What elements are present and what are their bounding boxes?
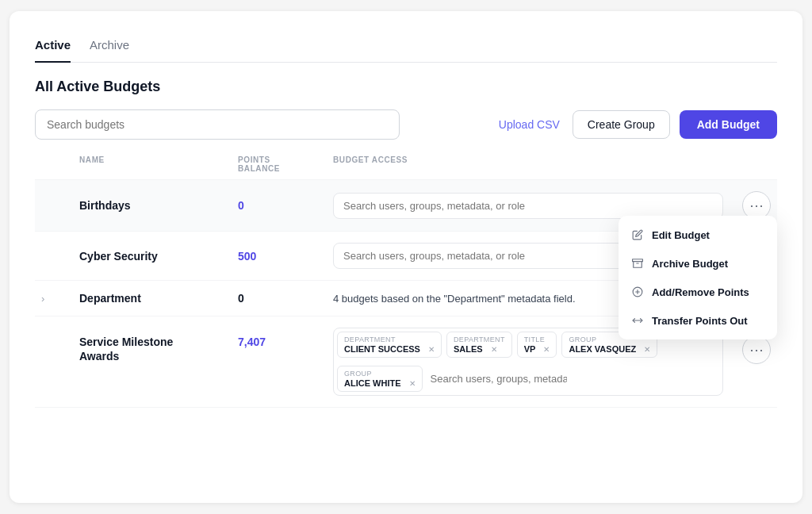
archive-icon — [631, 257, 644, 270]
row-points-birthdays: 0 — [238, 199, 333, 212]
row-expander-dept[interactable]: › — [41, 293, 79, 305]
svg-rect-0 — [633, 259, 643, 262]
transfer-icon — [631, 314, 644, 327]
tabs-bar: Active Archive — [35, 30, 777, 63]
tab-active[interactable]: Active — [35, 30, 71, 63]
access-input-service[interactable] — [427, 371, 570, 386]
row-name-dept: Department — [79, 292, 238, 305]
tag-close-vp[interactable]: ✕ — [543, 345, 550, 354]
dropdown-menu: Edit Budget Archive Budget Add/Remove — [619, 216, 777, 339]
pencil-icon — [631, 228, 644, 241]
create-group-button[interactable]: Create Group — [573, 110, 670, 139]
row-points-cyber: 500 — [238, 250, 333, 263]
row-access-birthdays — [333, 193, 723, 219]
row-name-service: Service Milestone Awards — [79, 328, 238, 362]
tag-close-alex[interactable]: ✕ — [644, 345, 650, 354]
row-points-service: 7,407 — [238, 328, 333, 348]
dropdown-transfer-label: Transfer Points Out — [652, 315, 748, 327]
col-header-name: NAME — [79, 155, 238, 173]
tag-close-alice[interactable]: ✕ — [409, 379, 416, 388]
tag-client-success: Department CLIENT SUCCESS ✕ — [337, 332, 442, 358]
row-points-dept: 0 — [238, 292, 333, 305]
access-input-birthdays[interactable] — [333, 193, 723, 219]
col-header-points: POINTSBALANCE — [238, 155, 333, 173]
tab-archive[interactable]: Archive — [90, 30, 129, 63]
dropdown-archive-label: Archive Budget — [652, 258, 728, 270]
more-actions-service[interactable]: ⋯ — [742, 336, 771, 364]
dropdown-addremove-label: Add/Remove Points — [652, 286, 749, 298]
tag-close-client-success[interactable]: ✕ — [428, 345, 435, 354]
row-name-cyber: Cyber Security — [79, 250, 238, 263]
col-header-access: BUDGET ACCESS — [333, 155, 723, 173]
tag-close-sales[interactable]: ✕ — [491, 345, 497, 354]
toolbar-actions: Upload CSV Create Group Add Budget — [496, 110, 777, 139]
toolbar: Upload CSV Create Group Add Budget — [35, 109, 777, 140]
dropdown-edit-budget[interactable]: Edit Budget — [619, 221, 777, 249]
plus-circle-icon — [631, 286, 644, 298]
row-name-birthdays: Birthdays — [79, 199, 238, 212]
dropdown-transfer-points[interactable]: Transfer Points Out — [619, 306, 777, 335]
dropdown-archive-budget[interactable]: Archive Budget — [619, 249, 777, 278]
dropdown-add-remove-points[interactable]: Add/Remove Points — [619, 278, 777, 306]
search-input[interactable] — [35, 109, 400, 140]
page-title: All Active Budgets — [35, 79, 777, 95]
page-container: Active Archive All Active Budgets Upload… — [10, 11, 802, 503]
tag-vp: Title VP ✕ — [517, 332, 557, 358]
table-header: NAME POINTSBALANCE BUDGET ACCESS — [35, 155, 777, 180]
tag-sales: Department SALES ✕ — [446, 332, 512, 358]
dropdown-edit-label: Edit Budget — [652, 229, 710, 241]
tag-alice-white: Group ALICE WHITE ✕ — [337, 366, 423, 392]
add-budget-button[interactable]: Add Budget — [680, 110, 777, 139]
upload-csv-button[interactable]: Upload CSV — [496, 112, 563, 137]
